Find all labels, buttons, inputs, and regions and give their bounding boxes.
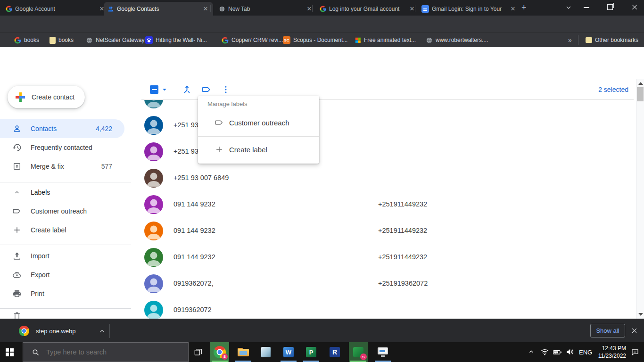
indeterminate-mark (152, 89, 157, 90)
window-restore-button[interactable] (607, 4, 613, 10)
taskbar-chrome-button[interactable]: S (210, 342, 229, 362)
merge-contacts-icon[interactable] (182, 84, 192, 95)
clock[interactable]: 12:43 PM 11/23/2022 (595, 345, 626, 360)
labels-section-header[interactable]: Labels (0, 184, 124, 201)
chevron-up-icon[interactable] (14, 189, 20, 196)
selected-count: 2 selected (598, 86, 628, 93)
contact-avatar (144, 301, 163, 319)
taskbar-publisher-button[interactable]: P (302, 342, 321, 362)
sidebar-item-print[interactable]: Print (0, 284, 124, 303)
contact-avatar (144, 195, 163, 214)
taskbar-green-app-button[interactable]: S (349, 342, 368, 362)
menu-item-customer-outreach[interactable]: Customer outreach (198, 110, 319, 135)
monitor-app-icon (378, 347, 388, 357)
menu-header: Manage labels (207, 100, 248, 107)
contact-row[interactable]: 091 144 9232 +251911449232 (137, 244, 636, 271)
contact-row[interactable]: +251 93 007 6849 (137, 165, 636, 191)
download-bar-close-icon[interactable] (631, 327, 638, 334)
window-close-button[interactable] (631, 3, 638, 11)
other-bookmarks-button[interactable]: Other bookmarks (586, 33, 638, 48)
google-plus-icon (16, 92, 25, 102)
notepad-icon (261, 347, 271, 357)
selection-chevron-down-icon[interactable] (160, 85, 169, 94)
sidebar-item-merge-fix[interactable]: Merge & fix 577 (0, 157, 124, 176)
tab-new-tab[interactable]: New Tab ✕ (215, 2, 317, 16)
taskbar-notepad-button[interactable] (256, 342, 275, 362)
scrollbar-thumb[interactable] (637, 87, 644, 101)
sidebar-item-contacts[interactable]: Contacts 4,422 (0, 119, 124, 138)
wifi-icon[interactable] (540, 347, 549, 356)
sidebar-item-create-label[interactable]: Create label (0, 221, 124, 239)
globe-favicon-icon (219, 6, 225, 12)
volume-icon[interactable] (565, 347, 574, 356)
bookmark-item[interactable]: Hitting the Wall- Ni... (145, 33, 207, 48)
create-contact-label: Create contact (32, 93, 74, 101)
task-view-button[interactable] (189, 342, 207, 362)
bookmark-item[interactable]: books (50, 33, 74, 48)
plus-icon (215, 145, 224, 154)
contacts-app-header: Contacts S (0, 47, 644, 79)
bookmark-item[interactable]: Copper/ CRM/ revi... (222, 33, 283, 48)
scroll-up-arrow[interactable] (638, 82, 643, 85)
tab-title: Gmail Login: Sign in to Your (432, 6, 505, 12)
scopus-icon: SC (283, 36, 290, 44)
create-contact-button[interactable]: Create contact (8, 86, 85, 108)
download-shelf: step one.webp Show all (0, 319, 644, 342)
google-favicon-icon (6, 6, 12, 12)
file-explorer-icon (238, 348, 249, 357)
sidebar-divider (0, 245, 131, 245)
bookmark-item[interactable]: Free animated text... (355, 33, 416, 48)
tab-close-icon[interactable]: ✕ (202, 5, 209, 12)
contact-row[interactable]: 0919362072 (137, 297, 636, 319)
upload-icon (12, 251, 22, 261)
tab-title: Google Account (15, 6, 94, 12)
vertical-scrollbar[interactable] (636, 79, 644, 319)
label-tag-icon (12, 206, 22, 216)
tab-close-icon[interactable]: ✕ (509, 5, 517, 12)
sidebar-item-label: Export (31, 271, 124, 279)
menu-item-create-label[interactable]: Create label (198, 137, 319, 162)
taskbar-search-input[interactable] (45, 348, 179, 356)
contact-avatar (144, 142, 163, 161)
tab-gmail-login-2[interactable]: Gmail Login: Sign in to Your ✕ (418, 2, 520, 16)
download-item[interactable]: step one.webp (19, 322, 106, 340)
bookmark-item[interactable]: SCScopus - Document... (283, 33, 347, 48)
start-button[interactable] (0, 342, 19, 362)
tab-search-chevron-icon[interactable] (565, 4, 572, 11)
scroll-down-arrow[interactable] (638, 313, 643, 316)
more-actions-icon[interactable] (221, 85, 231, 94)
tab-google-contacts[interactable]: Google Contacts ✕ (104, 2, 213, 16)
taskbar-search-box[interactable] (23, 342, 189, 362)
window-minimize-button[interactable] (584, 7, 589, 8)
tab-title: New Tab (228, 6, 302, 12)
taskbar-word-button[interactable]: W (279, 342, 298, 362)
bookmark-item[interactable]: NetScaler Gateway (86, 33, 144, 48)
contact-row[interactable]: 0919362072, +251919362072 (137, 271, 636, 297)
sidebar-item-customer-outreach[interactable]: Customer outreach (0, 202, 124, 221)
show-all-button[interactable]: Show all (590, 324, 625, 337)
sidebar-item-import[interactable]: Import (0, 247, 124, 265)
profile-badge: S (222, 354, 228, 360)
action-center-icon[interactable] (631, 348, 639, 356)
new-tab-button[interactable]: + (521, 3, 527, 12)
sidebar-item-frequently-contacted[interactable]: Frequently contacted (0, 138, 124, 157)
sidebar-item-export[interactable]: Export (0, 265, 124, 284)
taskbar-file-explorer-button[interactable] (234, 342, 253, 362)
battery-icon[interactable] (553, 347, 562, 357)
bookmark-item[interactable]: www.robertwalters.... (426, 33, 488, 48)
select-all-checkbox[interactable] (150, 85, 158, 94)
contact-row[interactable]: 091 144 9232 +251911449232 (137, 191, 636, 218)
taskbar-r-app-button[interactable]: R (325, 342, 344, 362)
download-expand-chevron-icon[interactable] (99, 328, 106, 335)
contact-row[interactable]: 091 144 9232 +251911449232 (137, 218, 636, 244)
bookmark-item[interactable]: books (14, 33, 39, 48)
tab-google-account[interactable]: Google Account ✕ (2, 2, 109, 16)
bookmarks-overflow-chevron[interactable]: » (568, 33, 572, 48)
date-label: 11/23/2022 (595, 352, 626, 360)
tray-chevron-icon[interactable] (528, 348, 535, 355)
tab-gmail-login-1[interactable]: Log into your Gmail account ✕ (316, 2, 420, 16)
windows-taskbar: S W P R S (0, 342, 644, 362)
manage-labels-icon[interactable] (201, 84, 212, 95)
taskbar-monitor-app-button[interactable] (373, 342, 392, 362)
language-indicator[interactable]: ENG (579, 349, 592, 356)
